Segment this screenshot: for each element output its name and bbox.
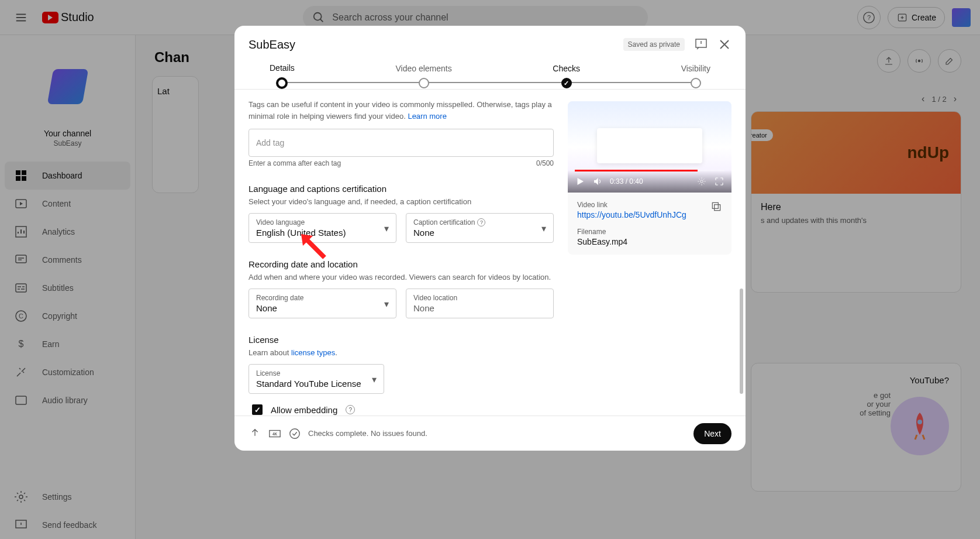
upload-status-icon — [249, 427, 261, 440]
svg-point-26 — [290, 428, 300, 438]
svg-text:4K: 4K — [272, 431, 278, 435]
tags-counter: 0/500 — [536, 159, 554, 167]
step-visibility[interactable]: Visibility — [681, 64, 710, 88]
video-preview: Transcription & Subtitle Platform Powere… — [568, 101, 731, 255]
svg-point-21 — [701, 180, 703, 183]
fullscreen-icon[interactable] — [714, 176, 724, 187]
upload-modal: SubEasy Saved as private Details Video e… — [234, 26, 746, 451]
step-video-elements[interactable]: Video elements — [395, 64, 451, 88]
video-link-label: Video link — [577, 201, 686, 209]
chevron-down-icon: ▾ — [372, 373, 377, 384]
close-icon[interactable] — [717, 37, 731, 52]
hd-icon: 4K — [268, 427, 281, 440]
svg-rect-22 — [715, 205, 720, 211]
chevron-down-icon: ▾ — [541, 222, 546, 234]
modal-title: SubEasy — [249, 38, 295, 52]
recording-section-title: Recording date and location — [249, 259, 554, 269]
scrollbar[interactable] — [740, 289, 743, 394]
tags-help: Tags can be useful if content in your vi… — [249, 99, 554, 122]
play-icon[interactable] — [575, 176, 585, 187]
chevron-down-icon: ▾ — [384, 298, 389, 309]
license-select[interactable]: License Standard YouTube License ▾ — [249, 364, 384, 394]
tags-input[interactable]: Add tag — [249, 129, 554, 157]
license-types-link[interactable]: license types — [291, 348, 335, 357]
chevron-down-icon: ▾ — [384, 222, 389, 234]
license-section-title: License — [249, 335, 554, 345]
check-circle-icon — [288, 427, 301, 440]
allow-embedding-checkbox[interactable] — [252, 404, 263, 415]
help-icon[interactable]: ? — [346, 405, 355, 414]
stepper: Details Video elements Checks Visibility — [234, 59, 746, 89]
step-checks[interactable]: Checks — [553, 64, 580, 88]
settings-icon[interactable] — [696, 176, 707, 187]
language-section-title: Language and captions certification — [249, 184, 554, 194]
step-details[interactable]: Details — [270, 63, 295, 89]
filename-label: Filename — [577, 228, 722, 236]
recording-date-select[interactable]: Recording date None ▾ — [249, 289, 396, 318]
tags-hint: Enter a comma after each tag — [249, 159, 341, 167]
svg-rect-23 — [712, 202, 718, 208]
save-status: Saved as private — [623, 38, 685, 51]
video-link[interactable]: https://youtu.be/5UvdfUnhJCg — [577, 210, 686, 219]
video-location-input[interactable]: Video location None — [406, 289, 554, 318]
allow-embedding-label: Allow embedding — [271, 405, 337, 415]
next-button[interactable]: Next — [693, 423, 731, 444]
help-icon[interactable]: ? — [477, 218, 485, 226]
caption-certification-select[interactable]: Caption certification ? None ▾ — [406, 213, 554, 243]
license-section-desc: Learn about license types. — [249, 348, 554, 357]
video-player[interactable]: Transcription & Subtitle Platform Powere… — [568, 101, 731, 193]
learn-more-link[interactable]: Learn more — [408, 112, 446, 121]
modal-overlay: SubEasy Saved as private Details Video e… — [0, 0, 980, 539]
copy-link-button[interactable] — [710, 201, 722, 215]
video-language-select[interactable]: Video language English (United States) ▾ — [249, 213, 396, 243]
feedback-icon[interactable] — [694, 37, 708, 52]
video-time: 0:33 / 0:40 — [610, 177, 643, 186]
filename-value: SubEasy.mp4 — [577, 237, 722, 246]
recording-section-desc: Add when and where your video was record… — [249, 273, 554, 281]
checks-status: Checks complete. No issues found. — [308, 429, 427, 438]
volume-icon[interactable] — [592, 176, 603, 187]
language-section-desc: Select your video's language and, if nee… — [249, 197, 554, 206]
copy-icon — [710, 201, 722, 212]
